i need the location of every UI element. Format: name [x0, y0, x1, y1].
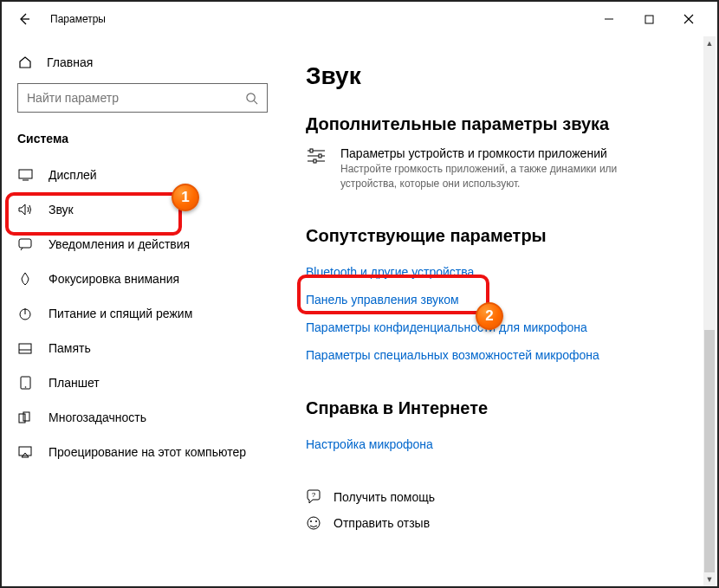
minimize-button[interactable]: [589, 5, 629, 33]
annotation-badge-2: 2: [476, 302, 503, 330]
sidebar-item-label: Планшет: [49, 376, 100, 390]
svg-rect-13: [314, 159, 316, 163]
storage-icon: [17, 343, 33, 354]
give-feedback-label: Отправить отзыв: [334, 516, 430, 530]
svg-rect-0: [645, 16, 653, 23]
titlebar: Параметры: [2, 2, 717, 36]
sidebar-item-label: Звук: [49, 203, 74, 216]
link-ease-of-access-audio[interactable]: Параметры специальных возможностей микро…: [306, 341, 695, 369]
focus-icon: [17, 272, 33, 286]
svg-rect-11: [310, 149, 313, 152]
get-help-label: Получить помощь: [334, 490, 435, 504]
scroll-thumb[interactable]: [704, 330, 715, 572]
svg-rect-3: [19, 239, 31, 248]
svg-rect-12: [319, 154, 321, 158]
sidebar-item-focus-assist[interactable]: Фокусировка внимания: [2, 262, 283, 296]
link-bluetooth-devices[interactable]: Bluetooth и другие устройства: [306, 258, 695, 286]
adv-item-title: Параметры устройств и громкости приложен…: [340, 146, 618, 160]
get-help-link[interactable]: ? Получить помощь: [306, 484, 695, 510]
give-feedback-link[interactable]: Отправить отзыв: [306, 510, 695, 536]
back-button[interactable]: [10, 5, 38, 33]
app-volume-devices-row[interactable]: Параметры устройств и громкости приложен…: [306, 146, 695, 191]
sidebar-home[interactable]: Главная: [2, 50, 283, 83]
power-icon: [17, 307, 33, 320]
projecting-icon: [17, 446, 33, 458]
sliders-icon: [306, 146, 327, 191]
maximize-button[interactable]: [629, 5, 669, 33]
related-heading: Сопутствующие параметры: [306, 226, 695, 246]
sidebar-item-projecting[interactable]: Проецирование на этот компьютер: [2, 435, 283, 469]
sidebar-item-display[interactable]: Дисплей: [2, 158, 283, 192]
adv-item-desc: Настройте громкость приложений, а также …: [340, 162, 618, 191]
sidebar-section-label: Система: [2, 132, 283, 158]
sidebar-item-label: Проецирование на этот компьютер: [49, 445, 246, 459]
sidebar-item-tablet[interactable]: Планшет: [2, 365, 283, 400]
arrow-left-icon: [17, 12, 31, 26]
advanced-heading: Дополнительные параметры звука: [306, 114, 695, 134]
sidebar-item-label: Память: [49, 341, 91, 355]
sidebar-item-multitasking[interactable]: Многозадачность: [2, 400, 283, 435]
sidebar-item-label: Уведомления и действия: [49, 237, 190, 251]
svg-rect-2: [19, 170, 32, 178]
sidebar-item-label: Фокусировка внимания: [49, 272, 179, 286]
display-icon: [17, 169, 33, 181]
notifications-icon: [17, 238, 33, 250]
link-setup-microphone[interactable]: Настройка микрофона: [306, 430, 695, 458]
sidebar-item-label: Питание и спящий режим: [49, 307, 192, 320]
main-content: Звук Дополнительные параметры звука Пара…: [283, 36, 717, 586]
scrollbar[interactable]: ▲ ▼: [703, 36, 716, 586]
multitasking-icon: [17, 411, 33, 423]
sidebar-item-notifications[interactable]: Уведомления и действия: [2, 227, 283, 262]
close-button[interactable]: [669, 5, 709, 33]
help-heading: Справка в Интернете: [306, 398, 695, 418]
home-icon: [17, 55, 33, 69]
svg-rect-10: [19, 447, 31, 456]
svg-point-16: [310, 520, 312, 522]
annotation-badge-1: 1: [172, 184, 199, 211]
sidebar-item-storage[interactable]: Память: [2, 331, 283, 365]
help-icon: ?: [306, 489, 321, 505]
search-box[interactable]: [17, 83, 268, 113]
search-input[interactable]: [27, 91, 245, 105]
svg-rect-5: [19, 344, 31, 353]
sidebar-home-label: Главная: [47, 55, 93, 69]
sidebar-item-label: Дисплей: [49, 168, 97, 182]
tablet-icon: [17, 376, 33, 390]
scroll-up-icon[interactable]: ▲: [703, 36, 716, 50]
page-title: Звук: [306, 62, 695, 90]
svg-text:?: ?: [312, 491, 316, 499]
feedback-icon: [306, 515, 321, 531]
svg-point-1: [247, 93, 255, 100]
sidebar: Главная Система Дисплей Звук: [2, 36, 283, 586]
search-icon: [245, 92, 258, 105]
window-title: Параметры: [50, 13, 106, 25]
scroll-down-icon[interactable]: ▼: [703, 572, 716, 586]
sidebar-item-power[interactable]: Питание и спящий режим: [2, 296, 283, 331]
sidebar-item-label: Многозадачность: [49, 410, 146, 424]
svg-point-7: [24, 386, 26, 388]
svg-point-17: [315, 520, 317, 522]
sidebar-item-sound[interactable]: Звук: [2, 192, 283, 227]
sound-icon: [17, 203, 33, 216]
